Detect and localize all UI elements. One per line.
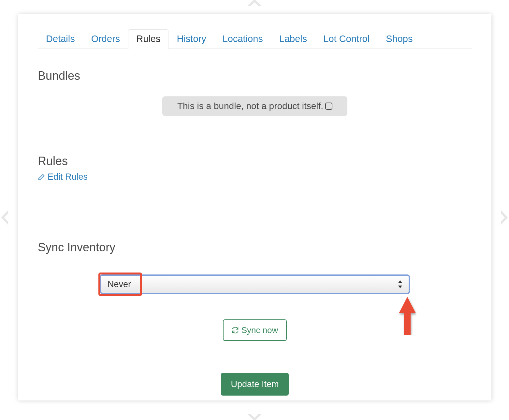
tab-labels[interactable]: Labels	[271, 29, 315, 49]
tab-details[interactable]: Details	[38, 29, 83, 49]
bundle-checkbox[interactable]	[325, 103, 332, 110]
tab-locations[interactable]: Locations	[214, 29, 271, 49]
tab-lot-control[interactable]: Lot Control	[315, 29, 378, 49]
top-chevron-icon	[245, 0, 264, 6]
svg-marker-1	[247, 414, 262, 420]
tab-rules[interactable]: Rules	[128, 29, 168, 49]
tab-orders[interactable]: Orders	[83, 29, 128, 49]
bottom-chevron-icon	[245, 414, 264, 420]
left-chevron-icon	[0, 208, 8, 227]
sync-inventory-select[interactable]: Never	[100, 274, 410, 294]
edit-rules-link[interactable]: Edit Rules	[38, 172, 88, 182]
tab-history[interactable]: History	[168, 29, 214, 49]
svg-marker-2	[1, 210, 8, 225]
tab-shops[interactable]: Shops	[378, 29, 421, 49]
pencil-icon	[38, 174, 45, 181]
main-panel: Details Orders Rules History Locations L…	[18, 14, 491, 400]
bundles-heading: Bundles	[38, 69, 472, 83]
refresh-icon	[232, 327, 239, 334]
edit-rules-label: Edit Rules	[48, 172, 88, 182]
sync-select-wrap: Never	[100, 273, 410, 297]
sync-select-value: Never	[108, 279, 131, 289]
update-item-button[interactable]: Update Item	[221, 373, 289, 396]
bundle-pill-text: This is a bundle, not a product itself.	[177, 101, 323, 111]
right-chevron-icon	[501, 208, 509, 227]
rules-heading: Rules	[38, 154, 472, 168]
svg-marker-3	[501, 210, 508, 225]
sync-heading: Sync Inventory	[38, 241, 472, 254]
tab-bar: Details Orders Rules History Locations L…	[38, 29, 472, 49]
select-chevron-icon	[398, 280, 403, 288]
sync-now-label: Sync now	[241, 325, 278, 335]
bundle-pill: This is a bundle, not a product itself.	[162, 96, 347, 116]
sync-now-button[interactable]: Sync now	[223, 319, 287, 341]
svg-marker-0	[247, 0, 262, 6]
